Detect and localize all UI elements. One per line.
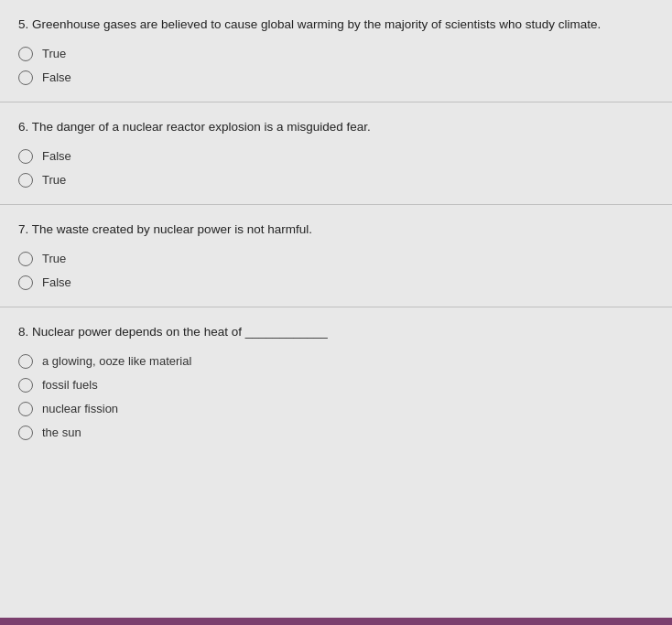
option-label-q7-false: False — [42, 275, 71, 289]
option-label-q6-false: False — [42, 149, 71, 163]
option-item-q5-true[interactable]: True — [18, 47, 654, 61]
option-item-q7-false[interactable]: False — [18, 275, 654, 290]
option-item-q8-d[interactable]: the sun — [18, 426, 654, 440]
radio-circle-q8-d — [18, 426, 33, 440]
options-list-q8: a glowing, ooze like materialfossil fuel… — [18, 354, 654, 440]
option-item-q6-false[interactable]: False — [18, 149, 654, 164]
question-block-q5: 5. Greenhouse gases are believed to caus… — [0, 0, 672, 102]
radio-circle-q5-false — [18, 70, 33, 85]
question-block-q6: 6. The danger of a nuclear reactor explo… — [0, 102, 672, 205]
option-label-q7-true: True — [42, 252, 66, 265]
radio-circle-q5-true — [18, 47, 33, 61]
radio-circle-q7-true — [18, 252, 33, 266]
option-item-q8-b[interactable]: fossil fuels — [18, 378, 654, 393]
option-item-q7-true[interactable]: True — [18, 252, 654, 266]
option-label-q8-b: fossil fuels — [42, 378, 98, 392]
radio-circle-q8-a — [18, 354, 33, 369]
option-label-q8-d: the sun — [42, 426, 81, 439]
radio-circle-q7-false — [18, 275, 33, 290]
option-label-q8-a: a glowing, ooze like material — [42, 354, 191, 368]
options-list-q6: FalseTrue — [18, 149, 654, 188]
radio-circle-q8-c — [18, 402, 33, 416]
option-item-q8-a[interactable]: a glowing, ooze like material — [18, 354, 654, 369]
question-block-q7: 7. The waste created by nuclear power is… — [0, 205, 672, 307]
question-text-q6: 6. The danger of a nuclear reactor explo… — [18, 119, 654, 136]
options-list-q5: TrueFalse — [18, 47, 654, 85]
option-label-q5-false: False — [42, 70, 71, 84]
radio-circle-q6-true — [18, 173, 33, 188]
option-item-q8-c[interactable]: nuclear fission — [18, 402, 654, 416]
option-label-q6-true: True — [42, 173, 66, 187]
bottom-bar — [0, 618, 672, 625]
question-block-q8: 8. Nuclear power depends on the heat of … — [0, 307, 672, 457]
option-label-q5-true: True — [42, 47, 66, 60]
option-item-q5-false[interactable]: False — [18, 70, 654, 85]
option-label-q8-c: nuclear fission — [42, 402, 118, 415]
question-text-q8: 8. Nuclear power depends on the heat of … — [18, 324, 654, 341]
quiz-container: 5. Greenhouse gases are believed to caus… — [0, 0, 672, 618]
question-text-q7: 7. The waste created by nuclear power is… — [18, 221, 654, 239]
option-item-q6-true[interactable]: True — [18, 173, 654, 188]
question-text-q5: 5. Greenhouse gases are believed to caus… — [18, 16, 654, 34]
radio-circle-q6-false — [18, 149, 33, 164]
radio-circle-q8-b — [18, 378, 33, 393]
options-list-q7: TrueFalse — [18, 252, 654, 290]
